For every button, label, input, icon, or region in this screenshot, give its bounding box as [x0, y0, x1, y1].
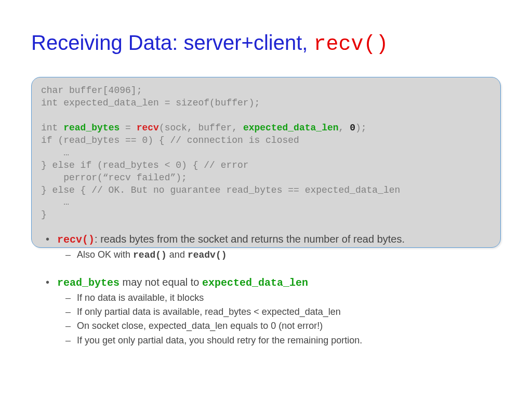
- bullet-code: recv(): [57, 234, 95, 246]
- sub-bullet-item: If no data is available, it blocks: [77, 291, 501, 304]
- code-token: ,: [339, 123, 350, 133]
- slide: Receiving Data: server+client, recv() ch…: [0, 0, 532, 399]
- bullet-code: readv(): [188, 250, 227, 260]
- bullet-text: If you get only partial data, you should…: [77, 335, 362, 345]
- bullet-code: expected_data_len: [202, 277, 308, 289]
- sub-bullet-list: Also OK with read() and readv(): [77, 248, 501, 261]
- sub-bullet-item: On socket close, expected_data_len equal…: [77, 320, 501, 332]
- code-line: } else { // OK. But no guarantee read_by…: [41, 185, 400, 195]
- code-line: …: [41, 148, 69, 158]
- bullet-text: : reads bytes from the socket and return…: [95, 233, 405, 245]
- bullet-item: recv(): reads bytes from the socket and …: [57, 232, 501, 261]
- bullet-text: On socket close, expected_data_len equal…: [77, 321, 323, 331]
- bullet-text: If no data is available, it blocks: [77, 292, 204, 303]
- code-token: =: [119, 123, 136, 133]
- sub-bullet-item: If only partial data is available, read_…: [77, 305, 501, 318]
- bullet-text: and: [167, 249, 188, 260]
- bullet-text: may not equal to: [119, 276, 202, 288]
- code-line: if (read_bytes == 0) { // connection is …: [41, 135, 299, 145]
- code-line: int: [41, 123, 63, 133]
- title-code: recv(): [314, 33, 389, 56]
- code-line: } else if (read_bytes < 0) { // error: [41, 160, 249, 170]
- code-line: int expected_data_len = sizeof(buffer);: [41, 98, 260, 108]
- bullet-code: read(): [133, 250, 167, 260]
- bullet-text: If only partial data is available, read_…: [77, 307, 341, 317]
- code-line: …: [41, 197, 69, 207]
- sub-bullet-item: If you get only partial data, you should…: [77, 334, 501, 347]
- code-token: 0: [350, 123, 355, 133]
- bullet-text: Also OK with: [77, 249, 133, 260]
- bullet-list: recv(): reads bytes from the socket and …: [31, 232, 501, 346]
- code-line: char buffer[4096];: [41, 85, 142, 96]
- sub-bullet-list: If no data is available, it blocks If on…: [77, 291, 501, 347]
- slide-title: Receiving Data: server+client, recv(): [31, 31, 501, 56]
- code-token: (sock, buffer,: [159, 123, 243, 133]
- code-line: perror(“recv failed”);: [41, 172, 187, 183]
- code-token: );: [355, 123, 367, 133]
- bullet-code: read_bytes: [57, 277, 119, 289]
- code-token: expected_data_len: [243, 123, 339, 133]
- code-token: read_bytes: [63, 123, 119, 133]
- code-token: recv: [137, 123, 159, 133]
- sub-bullet-item: Also OK with read() and readv(): [77, 248, 501, 261]
- code-line: }: [41, 209, 47, 220]
- title-text: Receiving Data: server+client,: [31, 31, 314, 54]
- bullet-item: read_bytes may not equal to expected_dat…: [57, 275, 501, 347]
- code-block: char buffer[4096]; int expected_data_len…: [31, 77, 501, 248]
